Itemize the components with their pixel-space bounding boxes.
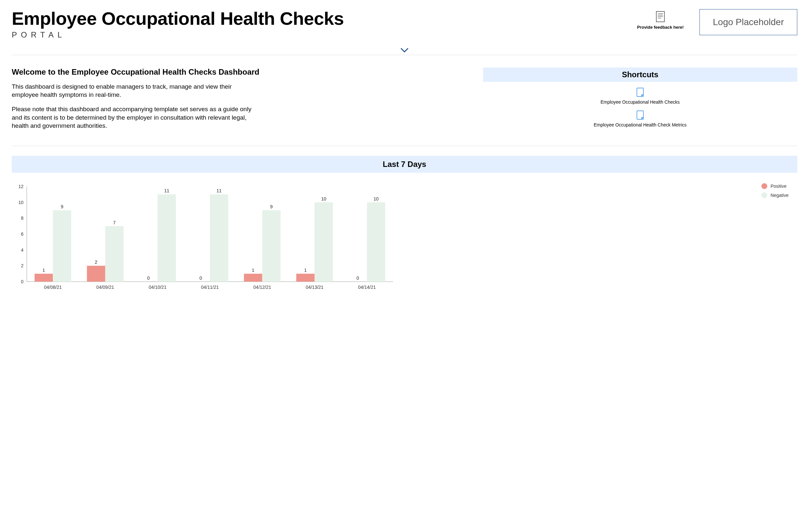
svg-rect-23 [105,226,123,282]
svg-text:04/12/21: 04/12/21 [253,285,271,290]
legend-swatch-positive [761,183,767,189]
svg-text:10: 10 [18,200,23,205]
svg-text:9: 9 [270,204,273,209]
svg-text:10: 10 [374,196,379,202]
svg-text:1: 1 [252,268,255,273]
main-content: Welcome to the Employee Occupational Hea… [12,68,797,136]
svg-rect-41 [296,274,314,282]
svg-rect-36 [244,274,262,282]
chart-legend: Positive Negative [761,183,797,202]
svg-rect-48 [367,203,385,282]
svg-text:2: 2 [95,259,98,265]
chart-container: 0246810121904/08/212704/09/2101104/10/21… [12,181,797,291]
legend-swatch-negative [761,192,767,198]
svg-text:1: 1 [304,268,307,273]
feedback-label: Provide feedback here! [637,25,684,30]
document-icon [656,11,665,22]
svg-text:6: 6 [21,231,23,237]
svg-text:04/13/21: 04/13/21 [306,285,324,290]
svg-text:9: 9 [61,204,63,209]
shortcuts-title: Shortcuts [483,68,797,82]
svg-rect-28 [157,194,176,282]
shortcut-label: Employee Occupational Health Check Metri… [594,122,687,127]
divider [12,146,797,146]
svg-text:0: 0 [147,275,150,281]
legend-negative: Negative [761,192,797,198]
svg-rect-18 [53,210,71,282]
svg-text:2: 2 [21,263,23,268]
svg-text:12: 12 [18,184,23,189]
svg-text:04/11/21: 04/11/21 [201,285,219,290]
bar-chart: 0246810121904/08/212704/09/2101104/10/21… [12,181,758,291]
page-subtitle: PORTAL [12,30,621,39]
chart-section-title: Last 7 Days [12,156,797,173]
svg-text:04/08/21: 04/08/21 [44,285,62,290]
legend-label-positive: Positive [771,184,787,189]
header: Employee Occupational Health Checks PORT… [12,9,797,39]
svg-text:10: 10 [321,196,326,202]
svg-rect-21 [87,266,105,282]
svg-text:1: 1 [42,268,45,273]
shortcuts-panel: Shortcuts Employee Occupational Health C… [483,68,797,133]
collapse-toggle[interactable] [12,47,797,55]
welcome-block: Welcome to the Employee Occupational Hea… [12,68,467,136]
title-block: Employee Occupational Health Checks PORT… [12,9,621,39]
svg-text:8: 8 [21,216,23,221]
svg-text:04/10/21: 04/10/21 [149,285,167,290]
legend-label-negative: Negative [771,193,789,198]
svg-rect-43 [314,203,333,282]
svg-text:0: 0 [21,279,23,284]
chevron-down-icon [400,48,409,53]
logo-text: Logo Placeholder [713,17,784,28]
svg-rect-38 [262,210,281,282]
logo-placeholder: Logo Placeholder [700,9,797,35]
svg-text:0: 0 [200,275,202,281]
welcome-heading: Welcome to the Employee Occupational Hea… [12,68,467,76]
sheet-icon [637,110,644,120]
svg-rect-16 [35,274,53,282]
svg-text:04/09/21: 04/09/21 [97,285,115,290]
svg-rect-33 [210,194,228,282]
shortcut-health-checks[interactable]: Employee Occupational Health Checks [483,88,797,105]
svg-text:7: 7 [113,220,116,225]
chart-area: 0246810121904/08/212704/09/2101104/10/21… [12,181,758,291]
sheet-icon [637,88,644,97]
shortcut-health-metrics[interactable]: Employee Occupational Health Check Metri… [483,110,797,127]
shortcut-label: Employee Occupational Health Checks [601,99,680,105]
welcome-paragraph-2: Please note that this dashboard and acco… [12,105,259,130]
svg-text:11: 11 [164,188,170,193]
svg-text:04/14/21: 04/14/21 [358,285,376,290]
welcome-paragraph-1: This dashboard is designed to enable man… [12,83,259,99]
svg-text:11: 11 [217,188,222,193]
feedback-link[interactable]: Provide feedback here! [628,11,693,30]
page-title: Employee Occupational Health Checks [12,9,621,28]
legend-positive: Positive [761,183,797,189]
svg-text:4: 4 [21,247,23,253]
svg-text:0: 0 [357,275,359,281]
